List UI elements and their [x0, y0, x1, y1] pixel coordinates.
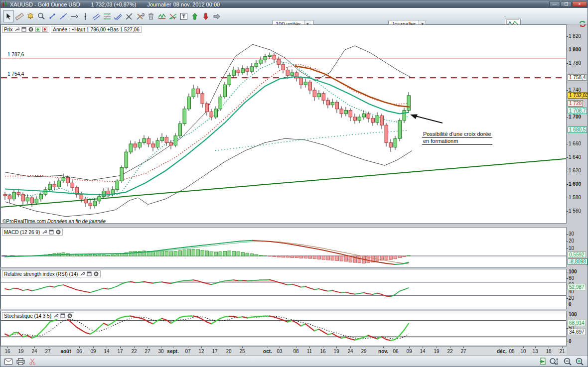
panel-icon[interactable] — [21, 27, 26, 32]
copyright-note: ©ProRealTime.com Données en fin de journ… — [2, 219, 106, 224]
time-label: 09 — [90, 349, 96, 354]
time-label: août — [60, 349, 71, 354]
tool-arrow-down-icon[interactable] — [200, 10, 211, 22]
time-tick — [512, 347, 512, 348]
tool-eraser-trash-icon[interactable] — [146, 10, 156, 22]
maximize-button[interactable] — [561, 1, 572, 7]
rsi-title: Relative strength index (RSI) (14) — [4, 271, 78, 277]
tool-pattern-detector-icon[interactable] — [156, 10, 167, 22]
stoch-title: Stochastique (14 3 5) — [4, 313, 51, 319]
tool-fibonacci-retracement-icon[interactable] — [102, 10, 113, 22]
panel-icon[interactable] — [86, 271, 92, 277]
tool-crossed-lines-icon[interactable] — [124, 10, 135, 22]
time-label: 17 — [212, 349, 217, 354]
close-icon[interactable] — [28, 27, 33, 32]
tool-ruler-icon[interactable] — [14, 10, 25, 22]
time-label: 21 — [559, 349, 565, 354]
close-icon[interactable] — [93, 271, 99, 277]
time-label: 06 — [76, 349, 82, 354]
tool-drawing-tools-icon[interactable] — [135, 10, 146, 22]
time-tick — [79, 347, 80, 348]
tool-pitchfork-icon[interactable] — [113, 10, 124, 22]
stochastic-panel[interactable]: Stochastique (14 3 5) — [0, 311, 567, 346]
wrench-icon[interactable] — [41, 230, 47, 235]
mail-icon[interactable] — [3, 357, 13, 366]
axis-label: 1 820 — [569, 33, 581, 39]
time-tick — [437, 347, 437, 348]
panel-icon[interactable] — [60, 313, 65, 319]
tool-zoom-box-icon[interactable] — [36, 10, 47, 22]
time-tick — [549, 347, 549, 348]
tool-segment-icon[interactable] — [47, 10, 58, 22]
time-axis[interactable]: 16192427août06091417222730sept.071217202… — [0, 346, 567, 355]
zoom-fit-icon[interactable] — [549, 357, 559, 366]
time-label: 06 — [393, 349, 398, 354]
wrench-icon[interactable] — [79, 271, 85, 277]
wrench-icon[interactable] — [53, 313, 58, 319]
time-tick — [309, 347, 310, 348]
annotation-line2: en formationm — [422, 138, 492, 145]
time-label: 27 — [45, 349, 50, 354]
time-tick — [173, 347, 173, 348]
axis-label: 10 — [569, 245, 574, 251]
chart-annotation[interactable]: Possibilité d'une croix dorée en formati… — [422, 131, 492, 145]
print-icon[interactable] — [15, 357, 25, 366]
close-icon[interactable] — [67, 313, 72, 319]
tool-text-note-icon[interactable] — [178, 10, 189, 22]
tool-horizontal-line-icon[interactable] — [69, 10, 80, 22]
tool-pointer-icon[interactable] — [3, 10, 14, 22]
time-label: 10 — [520, 349, 526, 354]
stoch-title-box: Stochastique (14 3 5) — [2, 312, 74, 319]
axis-label: 1 600 — [569, 181, 581, 187]
zoom-in-icon[interactable] — [575, 357, 585, 366]
tool-vertical-line-icon[interactable] — [80, 10, 91, 22]
panel-icon[interactable] — [48, 230, 54, 235]
tool-auto-patterns-icon[interactable] — [167, 10, 178, 22]
export-icon[interactable] — [538, 357, 548, 366]
time-tick — [134, 347, 135, 348]
close-icon[interactable] — [55, 230, 61, 235]
tool-arrow-right-icon[interactable] — [211, 10, 222, 22]
price-chart-plot[interactable]: 1 787,61 754,4 — [1, 25, 566, 223]
zoom-out-icon[interactable] — [563, 357, 573, 366]
axis-label: 1 780 — [569, 60, 581, 66]
price-chart-panel[interactable]: Prix Année : +Haut 1 796,00 +Bas 1 527,0… — [0, 24, 567, 224]
time-tick — [268, 347, 268, 348]
tool-arrow-up-icon[interactable] — [189, 10, 200, 22]
stochastic-axis[interactable]: 10050068,91434,697 — [567, 311, 588, 346]
price-panel-header: Prix Année : +Haut 1 796,00 +Bas 1 527,0… — [2, 26, 142, 33]
tool-alarm-icon[interactable] — [25, 10, 36, 22]
tool-trendline-icon[interactable] — [58, 10, 69, 22]
time-tick — [21, 347, 21, 348]
close-button[interactable]: × — [572, 1, 587, 7]
time-label: 25 — [239, 349, 245, 354]
time-label: sept. — [167, 349, 178, 354]
time-label: 13 — [532, 349, 538, 354]
app-icon — [2, 1, 8, 7]
time-tick — [364, 347, 364, 348]
time-label: 09 — [406, 349, 412, 354]
tool-parallel-channel-icon[interactable] — [91, 10, 102, 22]
cut-icon[interactable] — [27, 357, 37, 366]
arrow-down-icon[interactable] — [42, 27, 47, 32]
minimize-button[interactable]: — — [549, 1, 560, 7]
time-label: 19 — [333, 349, 339, 354]
macd-panel[interactable]: MACD (12 26 9) — [0, 227, 567, 267]
time-tick — [323, 347, 323, 348]
time-label: 29 — [361, 349, 366, 354]
macd-plot[interactable] — [1, 228, 566, 267]
time-label: nov. — [378, 349, 388, 354]
time-tick — [535, 347, 536, 348]
macd-axis[interactable]: 3020100,5592-8,8098 — [567, 227, 588, 267]
stochastic-plot[interactable] — [1, 311, 566, 346]
copyright-text: ©ProRealTime.com — [2, 219, 46, 224]
rsi-axis[interactable]: 10080604020052,987 — [567, 269, 588, 309]
time-tick — [280, 347, 280, 348]
wrench-icon[interactable] — [14, 27, 19, 32]
time-tick — [383, 347, 384, 348]
price-axis[interactable]: 1 8201 8001 7801 7401 7001 6601 6401 620… — [567, 24, 588, 224]
arrow-up-icon[interactable] — [35, 27, 40, 32]
rsi-panel[interactable]: Relative strength index (RSI) (14) — [0, 269, 567, 309]
axis-label: 1 660 — [569, 141, 581, 147]
title-bar: XAUUSD - Gold Ounce USD 1 732,03 (+0,87%… — [0, 0, 588, 8]
